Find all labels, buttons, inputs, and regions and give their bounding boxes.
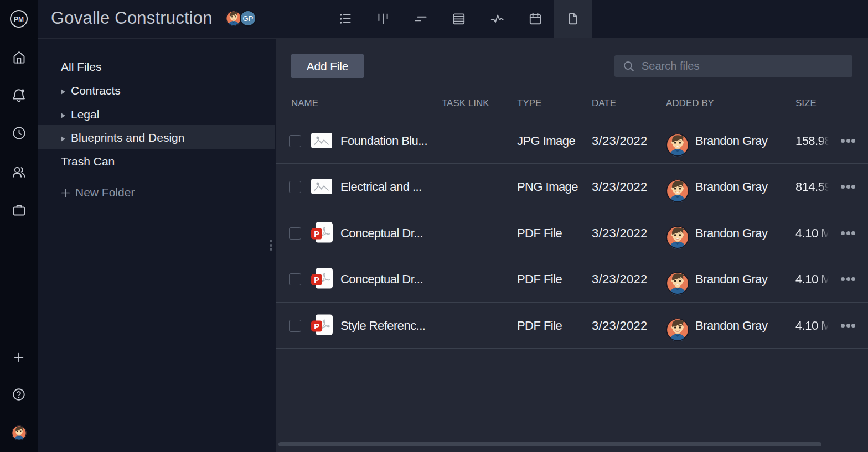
svg-text:P: P xyxy=(314,321,319,330)
svg-text:PM: PM xyxy=(14,15,24,23)
svg-text:P: P xyxy=(314,276,319,284)
svg-text:P: P xyxy=(314,229,319,238)
